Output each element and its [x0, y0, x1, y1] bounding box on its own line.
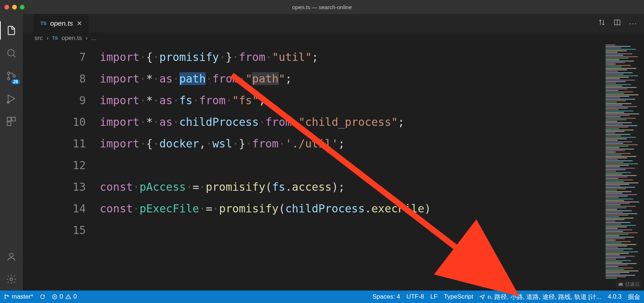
eol-status[interactable]: LF — [430, 293, 438, 300]
line-content[interactable]: import·{·promisify·}·from·"util"; — [100, 46, 604, 68]
source-control-icon[interactable]: 28 — [0, 65, 23, 87]
indentation-status[interactable]: Spaces: 4 — [373, 293, 400, 300]
compare-icon[interactable] — [598, 19, 605, 28]
watermark: 亿速云 — [616, 280, 642, 288]
breadcrumb[interactable]: src › TS open.ts › ... — [23, 32, 644, 44]
code-line[interactable]: 10import·*·as·childProcess·from·"child_p… — [23, 111, 604, 133]
translation-text: n. 路径, 小路, 道路, 途径, 路线, 轨道 [计... — [487, 293, 601, 301]
account-icon[interactable] — [0, 245, 23, 268]
code-line[interactable]: 14const·pExecFile·=·promisify(childProce… — [23, 198, 604, 219]
line-number: 9 — [23, 90, 100, 111]
minimap[interactable] — [604, 44, 644, 291]
tab-open-ts[interactable]: TS open.ts ✕ — [34, 14, 89, 32]
chevron-right-icon: › — [47, 34, 49, 42]
svg-point-9 — [10, 278, 13, 281]
language-mode-status[interactable]: TypeScript — [444, 293, 473, 300]
editor-column: TS open.ts ✕ ··· src › TS open.ts › ... … — [23, 14, 644, 291]
svg-point-12 — [5, 295, 6, 296]
line-content[interactable]: import·*·as·path·from·"path"; — [100, 68, 604, 90]
watermark-text: 亿速云 — [625, 281, 640, 288]
more-actions-icon[interactable]: ··· — [629, 19, 637, 28]
line-content[interactable]: import·*·as·fs·from·"fs"; — [100, 90, 604, 111]
svg-point-3 — [13, 75, 15, 77]
run-debug-icon[interactable] — [0, 87, 23, 110]
code-area: 7import·{·promisify·}·from·"util";8impor… — [23, 44, 644, 291]
line-content[interactable]: import·{·docker,·wsl·}·from·'./util'; — [100, 133, 604, 154]
warning-count: 0 — [73, 293, 77, 300]
code-line[interactable]: 7import·{·promisify·}·from·"util"; — [23, 46, 604, 68]
file-type-icon: TS — [40, 21, 47, 26]
sync-icon[interactable] — [40, 294, 45, 300]
title-bar: open.ts — search-online — [0, 0, 644, 14]
activity-bar: 28 — [0, 14, 23, 291]
line-number: 15 — [23, 219, 100, 241]
line-content[interactable]: const·pExecFile·=·promisify(childProcess… — [100, 198, 604, 219]
line-number: 11 — [23, 133, 100, 154]
scm-badge: 28 — [11, 79, 20, 84]
editor-actions: ··· — [598, 14, 644, 32]
version-status[interactable]: 4.0.3 — [608, 293, 622, 300]
svg-point-2 — [7, 77, 10, 80]
svg-point-1 — [7, 72, 10, 74]
branch-name: master* — [12, 293, 33, 300]
search-icon[interactable] — [0, 42, 23, 65]
line-content[interactable] — [100, 219, 604, 241]
line-number: 12 — [23, 154, 100, 176]
breadcrumb-seg-file[interactable]: open.ts — [62, 34, 82, 42]
line-number: 7 — [23, 46, 100, 68]
code-line[interactable]: 8import·*·as·path·from·"path"; — [23, 68, 604, 90]
main-area: 28 TS open.ts ✕ ··· — [0, 14, 644, 291]
window-title: open.ts — search-online — [0, 4, 644, 10]
split-editor-icon[interactable] — [614, 19, 621, 28]
breadcrumb-seg-more[interactable]: ... — [91, 34, 96, 42]
explorer-icon[interactable] — [0, 19, 23, 42]
file-type-icon: TS — [52, 36, 58, 41]
translation-status[interactable]: n. 路径, 小路, 道路, 途径, 路线, 轨道 [计... — [479, 293, 601, 301]
line-content[interactable]: import·*·as·childProcess·from·"child_pro… — [100, 111, 604, 133]
code-line[interactable]: 9import·*·as·fs·from·"fs"; — [23, 90, 604, 111]
line-number: 13 — [23, 176, 100, 198]
status-extra[interactable]: 掘金 — [628, 293, 640, 301]
error-count: 0 — [60, 293, 63, 300]
svg-rect-5 — [7, 117, 11, 121]
settings-gear-icon[interactable] — [0, 268, 23, 291]
line-content[interactable] — [100, 154, 604, 176]
svg-rect-7 — [7, 122, 11, 125]
breadcrumb-seg-src[interactable]: src — [34, 34, 43, 42]
status-bar: master* 0 0 Spaces: 4 UTF-8 LF TypeScrip… — [0, 291, 644, 303]
svg-point-0 — [8, 50, 14, 56]
svg-point-13 — [5, 298, 6, 299]
line-number: 8 — [23, 68, 100, 90]
svg-rect-6 — [12, 117, 15, 121]
line-content[interactable]: const·pAccess·=·promisify(fs.access); — [100, 176, 604, 198]
line-number: 10 — [23, 111, 100, 133]
tab-filename: open.ts — [50, 19, 73, 28]
code-line[interactable]: 13const·pAccess·=·promisify(fs.access); — [23, 176, 604, 198]
chevron-right-icon: › — [85, 34, 88, 42]
code-editor[interactable]: 7import·{·promisify·}·from·"util";8impor… — [23, 44, 604, 291]
git-branch-status[interactable]: master* — [4, 293, 33, 300]
close-tab-icon[interactable]: ✕ — [77, 19, 82, 28]
line-number: 14 — [23, 198, 100, 219]
extensions-icon[interactable] — [0, 110, 23, 133]
code-line[interactable]: 15 — [23, 219, 604, 241]
code-line[interactable]: 11import·{·docker,·wsl·}·from·'./util'; — [23, 133, 604, 154]
encoding-status[interactable]: UTF-8 — [406, 293, 424, 300]
svg-point-8 — [10, 253, 13, 257]
problems-status[interactable]: 0 0 — [52, 293, 77, 300]
code-line[interactable]: 12 — [23, 154, 604, 176]
tab-bar: TS open.ts ✕ ··· — [23, 14, 644, 32]
